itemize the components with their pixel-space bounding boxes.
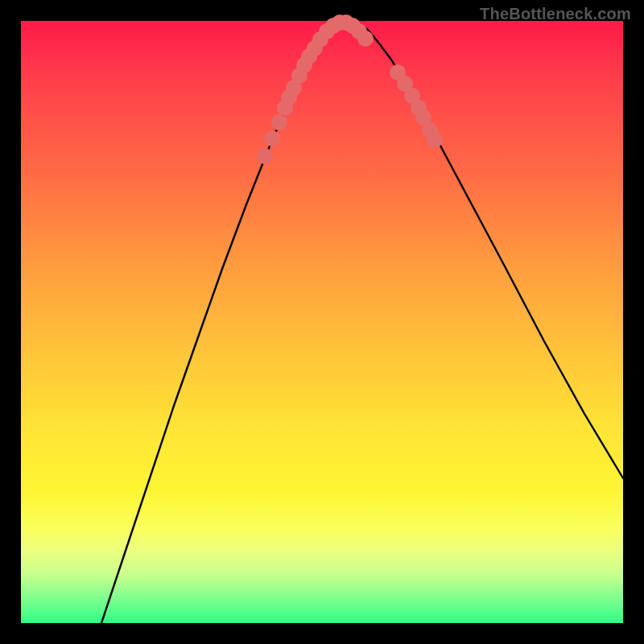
marker-dot	[257, 148, 273, 164]
watermark-text: TheBottleneck.com	[480, 5, 631, 23]
marker-dot	[264, 130, 280, 147]
highlight-markers	[257, 14, 443, 164]
curve-line	[101, 23, 623, 623]
chart-plot-area	[21, 21, 623, 623]
chart-svg	[21, 21, 623, 623]
marker-dot	[357, 31, 374, 47]
marker-dot	[427, 132, 443, 148]
marker-dot	[271, 114, 287, 130]
